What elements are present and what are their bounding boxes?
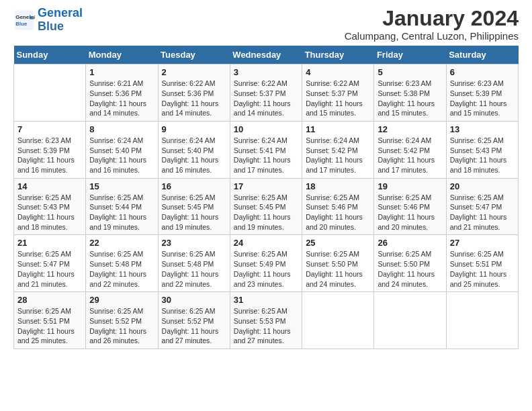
day-number: 18 [306, 181, 370, 191]
day-info: Sunrise: 6:25 AM Sunset: 5:47 PM Dayligh… [17, 249, 82, 289]
calendar-cell: 7Sunrise: 6:23 AM Sunset: 5:39 PM Daylig… [14, 121, 86, 178]
header-day-wednesday: Wednesday [230, 46, 302, 64]
day-number: 13 [450, 124, 515, 134]
day-number: 1 [89, 67, 154, 77]
calendar-cell: 11Sunrise: 6:24 AM Sunset: 5:42 PM Dayli… [302, 121, 374, 178]
day-number: 9 [162, 124, 226, 134]
day-number: 17 [234, 181, 298, 191]
day-number: 27 [450, 238, 515, 248]
day-number: 30 [162, 295, 226, 305]
day-info: Sunrise: 6:25 AM Sunset: 5:45 PM Dayligh… [162, 193, 226, 232]
calendar-cell [446, 292, 518, 349]
calendar-cell: 10Sunrise: 6:24 AM Sunset: 5:41 PM Dayli… [230, 121, 302, 178]
day-info: Sunrise: 6:25 AM Sunset: 5:53 PM Dayligh… [234, 306, 298, 346]
calendar-cell: 28Sunrise: 6:25 AM Sunset: 5:51 PM Dayli… [14, 292, 86, 349]
calendar-cell: 27Sunrise: 6:25 AM Sunset: 5:51 PM Dayli… [446, 235, 518, 292]
day-number: 7 [17, 124, 82, 134]
day-number: 15 [89, 181, 154, 191]
day-number: 25 [306, 238, 370, 248]
week-row-5: 28Sunrise: 6:25 AM Sunset: 5:51 PM Dayli… [14, 292, 519, 349]
day-info: Sunrise: 6:25 AM Sunset: 5:50 PM Dayligh… [378, 249, 442, 289]
day-info: Sunrise: 6:24 AM Sunset: 5:40 PM Dayligh… [89, 136, 154, 175]
week-row-4: 21Sunrise: 6:25 AM Sunset: 5:47 PM Dayli… [14, 235, 519, 292]
day-info: Sunrise: 6:25 AM Sunset: 5:46 PM Dayligh… [306, 193, 370, 232]
header-day-monday: Monday [86, 46, 158, 64]
day-number: 21 [17, 238, 82, 248]
day-info: Sunrise: 6:23 AM Sunset: 5:38 PM Dayligh… [378, 79, 442, 118]
week-row-3: 14Sunrise: 6:25 AM Sunset: 5:43 PM Dayli… [14, 178, 519, 235]
calendar-cell: 2Sunrise: 6:22 AM Sunset: 5:36 PM Daylig… [158, 64, 230, 122]
day-info: Sunrise: 6:25 AM Sunset: 5:50 PM Dayligh… [306, 249, 370, 289]
calendar-cell: 13Sunrise: 6:25 AM Sunset: 5:43 PM Dayli… [446, 121, 518, 178]
day-info: Sunrise: 6:22 AM Sunset: 5:37 PM Dayligh… [306, 79, 370, 118]
svg-text:Blue: Blue [15, 21, 28, 27]
page-header: General Blue GeneralBlue January 2024 Ca… [13, 7, 519, 42]
day-number: 24 [234, 238, 298, 248]
calendar-cell: 6Sunrise: 6:23 AM Sunset: 5:39 PM Daylig… [446, 64, 518, 122]
day-number: 26 [378, 238, 442, 248]
day-number: 4 [306, 67, 370, 77]
day-number: 29 [89, 295, 154, 305]
day-info: Sunrise: 6:25 AM Sunset: 5:43 PM Dayligh… [17, 193, 82, 232]
day-info: Sunrise: 6:25 AM Sunset: 5:51 PM Dayligh… [17, 306, 82, 346]
day-number: 20 [450, 181, 515, 191]
day-info: Sunrise: 6:22 AM Sunset: 5:37 PM Dayligh… [234, 79, 298, 118]
calendar-cell: 5Sunrise: 6:23 AM Sunset: 5:38 PM Daylig… [374, 64, 446, 122]
header-day-saturday: Saturday [446, 46, 518, 64]
day-info: Sunrise: 6:24 AM Sunset: 5:42 PM Dayligh… [306, 136, 370, 175]
title-block: January 2024 Calumpang, Central Luzon, P… [345, 7, 519, 42]
calendar-cell: 21Sunrise: 6:25 AM Sunset: 5:47 PM Dayli… [14, 235, 86, 292]
day-number: 10 [234, 124, 298, 134]
week-row-1: 1Sunrise: 6:21 AM Sunset: 5:36 PM Daylig… [14, 64, 519, 122]
day-info: Sunrise: 6:25 AM Sunset: 5:52 PM Dayligh… [162, 306, 226, 346]
day-number: 6 [450, 67, 515, 77]
calendar-cell: 1Sunrise: 6:21 AM Sunset: 5:36 PM Daylig… [86, 64, 158, 122]
day-info: Sunrise: 6:23 AM Sunset: 5:39 PM Dayligh… [17, 136, 82, 175]
header-day-sunday: Sunday [14, 46, 86, 64]
day-number: 28 [17, 295, 82, 305]
day-info: Sunrise: 6:25 AM Sunset: 5:48 PM Dayligh… [162, 249, 226, 289]
day-info: Sunrise: 6:25 AM Sunset: 5:47 PM Dayligh… [450, 193, 515, 232]
header-row: SundayMondayTuesdayWednesdayThursdayFrid… [14, 46, 519, 64]
calendar-cell: 3Sunrise: 6:22 AM Sunset: 5:37 PM Daylig… [230, 64, 302, 122]
day-info: Sunrise: 6:25 AM Sunset: 5:49 PM Dayligh… [234, 249, 298, 289]
day-info: Sunrise: 6:25 AM Sunset: 5:44 PM Dayligh… [89, 193, 154, 232]
logo-text: GeneralBlue [38, 7, 83, 34]
day-info: Sunrise: 6:25 AM Sunset: 5:51 PM Dayligh… [450, 249, 515, 289]
day-info: Sunrise: 6:24 AM Sunset: 5:41 PM Dayligh… [234, 136, 298, 175]
day-info: Sunrise: 6:22 AM Sunset: 5:36 PM Dayligh… [162, 79, 226, 118]
calendar-body: 1Sunrise: 6:21 AM Sunset: 5:36 PM Daylig… [14, 64, 519, 349]
day-info: Sunrise: 6:25 AM Sunset: 5:52 PM Dayligh… [89, 306, 154, 346]
day-info: Sunrise: 6:25 AM Sunset: 5:45 PM Dayligh… [234, 193, 298, 232]
calendar-cell [374, 292, 446, 349]
day-number: 5 [378, 67, 442, 77]
header-day-friday: Friday [374, 46, 446, 64]
day-info: Sunrise: 6:24 AM Sunset: 5:40 PM Dayligh… [162, 136, 226, 175]
calendar-cell: 25Sunrise: 6:25 AM Sunset: 5:50 PM Dayli… [302, 235, 374, 292]
calendar-cell: 4Sunrise: 6:22 AM Sunset: 5:37 PM Daylig… [302, 64, 374, 122]
calendar-cell: 31Sunrise: 6:25 AM Sunset: 5:53 PM Dayli… [230, 292, 302, 349]
day-info: Sunrise: 6:21 AM Sunset: 5:36 PM Dayligh… [89, 79, 154, 118]
day-info: Sunrise: 6:23 AM Sunset: 5:39 PM Dayligh… [450, 79, 515, 118]
day-number: 19 [378, 181, 442, 191]
calendar-cell: 8Sunrise: 6:24 AM Sunset: 5:40 PM Daylig… [86, 121, 158, 178]
day-number: 22 [89, 238, 154, 248]
calendar-cell: 19Sunrise: 6:25 AM Sunset: 5:46 PM Dayli… [374, 178, 446, 235]
calendar-cell: 30Sunrise: 6:25 AM Sunset: 5:52 PM Dayli… [158, 292, 230, 349]
calendar-cell: 23Sunrise: 6:25 AM Sunset: 5:48 PM Dayli… [158, 235, 230, 292]
logo-icon: General Blue [13, 9, 35, 31]
calendar-cell: 20Sunrise: 6:25 AM Sunset: 5:47 PM Dayli… [446, 178, 518, 235]
calendar-cell: 18Sunrise: 6:25 AM Sunset: 5:46 PM Dayli… [302, 178, 374, 235]
calendar-cell: 22Sunrise: 6:25 AM Sunset: 5:48 PM Dayli… [86, 235, 158, 292]
calendar-cell [14, 64, 86, 122]
day-info: Sunrise: 6:25 AM Sunset: 5:46 PM Dayligh… [378, 193, 442, 232]
calendar-cell: 29Sunrise: 6:25 AM Sunset: 5:52 PM Dayli… [86, 292, 158, 349]
calendar-cell: 16Sunrise: 6:25 AM Sunset: 5:45 PM Dayli… [158, 178, 230, 235]
week-row-2: 7Sunrise: 6:23 AM Sunset: 5:39 PM Daylig… [14, 121, 519, 178]
calendar-table: SundayMondayTuesdayWednesdayThursdayFrid… [13, 46, 519, 349]
day-number: 3 [234, 67, 298, 77]
location-title: Calumpang, Central Luzon, Philippines [345, 30, 519, 42]
day-number: 12 [378, 124, 442, 134]
day-number: 14 [17, 181, 82, 191]
header-day-thursday: Thursday [302, 46, 374, 64]
